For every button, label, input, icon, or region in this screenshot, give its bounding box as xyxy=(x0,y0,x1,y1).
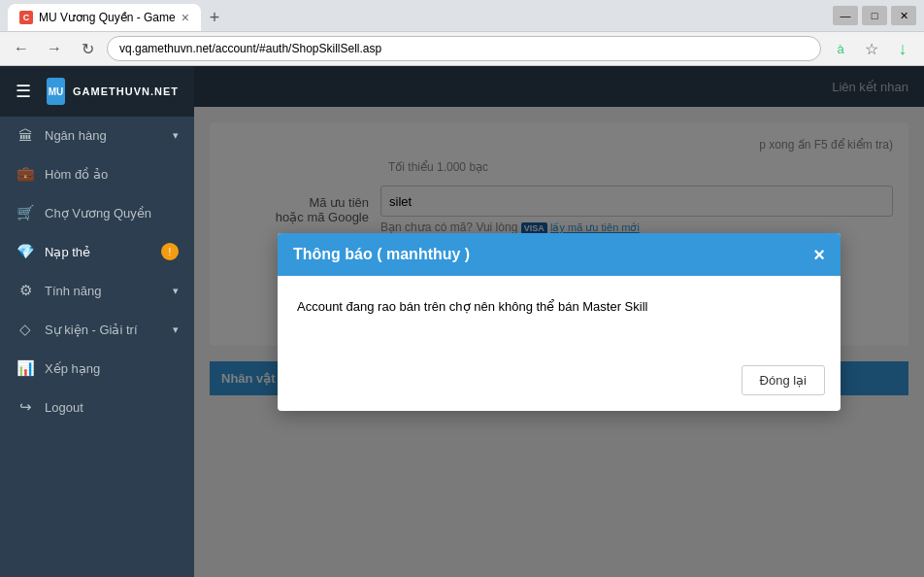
green-icon: à xyxy=(827,35,854,62)
sidebar-nav: 🏛 Ngân hàng ▾ 💼 Hòm đồ ảo 🛒 Chợ Vương Qu… xyxy=(0,117,194,577)
modal-overlay: Thông báo ( manhthuy ) × Account đang ra… xyxy=(194,66,924,577)
browser-toolbar: ← → ↻ à ☆ ↓ xyxy=(0,31,924,66)
nap-the-badge: ! xyxy=(161,243,179,260)
modal-close-button[interactable]: Đóng lại xyxy=(742,365,825,395)
logo-icon: MU xyxy=(47,78,65,105)
toolbar-icons: à ☆ ↓ xyxy=(827,35,916,62)
sidebar-logo: ☰ MU GAMETHUVN.NET xyxy=(0,66,194,117)
chevron-down-icon: ▾ xyxy=(173,129,179,142)
diamond-icon: 💎 xyxy=(16,243,35,260)
sidebar-item-label: Hòm đồ ảo xyxy=(45,167,108,182)
browser-titlebar: C MU Vương Quyền - Game × + — □ ✕ xyxy=(0,0,924,31)
sidebar-item-label: Chợ Vương Quyền xyxy=(45,206,151,221)
event-icon: ◇ xyxy=(16,321,35,338)
sidebar-item-tinh-nang[interactable]: ⚙ Tính năng ▾ xyxy=(0,271,194,310)
browser-chrome: C MU Vương Quyền - Game × + — □ ✕ ← → ↻ … xyxy=(0,0,924,66)
sidebar-item-cho-vuong-quyen[interactable]: 🛒 Chợ Vương Quyền xyxy=(0,193,194,232)
sidebar-item-hom-do-ao[interactable]: 💼 Hòm đồ ảo xyxy=(0,154,194,193)
logout-icon: ↪ xyxy=(16,398,35,416)
sidebar-item-label: Ngân hàng xyxy=(45,128,107,143)
window-close[interactable]: ✕ xyxy=(891,6,916,25)
refresh-button[interactable]: ↻ xyxy=(74,35,101,62)
forward-button[interactable]: → xyxy=(41,35,68,62)
sidebar-item-label: Sự kiện - Giải trí xyxy=(45,322,138,337)
modal-title: Thông báo ( manhthuy ) xyxy=(293,246,470,263)
sidebar: ☰ MU GAMETHUVN.NET 🏛 Ngân hàng ▾ 💼 Hòm đ… xyxy=(0,66,194,577)
window-minimize[interactable]: — xyxy=(833,6,858,25)
bank-icon: 🏛 xyxy=(16,127,35,144)
tab-bar: C MU Vương Quyền - Game × + xyxy=(8,0,228,31)
hamburger-icon[interactable]: ☰ xyxy=(16,81,31,102)
modal-close-icon[interactable]: × xyxy=(813,245,825,264)
coccoc-favicon: C xyxy=(19,11,33,24)
active-tab[interactable]: C MU Vương Quyền - Game × xyxy=(8,4,201,31)
sidebar-item-ngan-hang[interactable]: 🏛 Ngân hàng ▾ xyxy=(0,117,194,154)
gear-icon: ⚙ xyxy=(16,282,35,299)
modal-dialog: Thông báo ( manhthuy ) × Account đang ra… xyxy=(278,233,841,411)
tab-label: MU Vương Quyền - Game xyxy=(39,11,176,24)
bag-icon: 💼 xyxy=(16,165,35,183)
window-maximize[interactable]: □ xyxy=(862,6,887,25)
cart-icon: 🛒 xyxy=(16,204,35,221)
modal-header: Thông báo ( manhthuy ) × xyxy=(278,233,841,276)
sidebar-item-nap-the[interactable]: 💎 Nạp thẻ ! xyxy=(0,232,194,271)
logo-text: GAMETHUVN.NET xyxy=(73,85,179,97)
tab-close-button[interactable]: × xyxy=(182,11,189,24)
download-icon[interactable]: ↓ xyxy=(889,35,916,62)
sidebar-item-label: Nạp thẻ xyxy=(45,245,90,259)
chevron-down-icon-3: ▾ xyxy=(173,323,179,336)
window-controls: — □ ✕ xyxy=(833,6,916,25)
sidebar-item-label: Logout xyxy=(45,400,83,415)
address-bar[interactable] xyxy=(107,36,821,61)
bookmark-icon[interactable]: ☆ xyxy=(858,35,885,62)
sidebar-item-label: Tính năng xyxy=(45,284,102,298)
sidebar-item-label: Xếp hạng xyxy=(45,361,100,376)
modal-footer: Đóng lại xyxy=(278,354,841,411)
chart-icon: 📊 xyxy=(16,359,35,377)
new-tab-button[interactable]: + xyxy=(201,4,228,31)
sidebar-item-xep-hang[interactable]: 📊 Xếp hạng xyxy=(0,349,194,388)
main-content: Liên kết nhan p xong ấn F5 để kiểm tra) … xyxy=(194,66,924,577)
sidebar-item-su-kien[interactable]: ◇ Sự kiện - Giải trí ▾ xyxy=(0,310,194,349)
page: ☰ MU GAMETHUVN.NET 🏛 Ngân hàng ▾ 💼 Hòm đ… xyxy=(0,66,924,577)
modal-message: Account đang rao bán trên chợ nên không … xyxy=(297,299,821,314)
chevron-down-icon-2: ▾ xyxy=(173,285,179,297)
back-button[interactable]: ← xyxy=(8,35,35,62)
modal-body: Account đang rao bán trên chợ nên không … xyxy=(278,276,841,354)
sidebar-item-logout[interactable]: ↪ Logout xyxy=(0,388,194,426)
